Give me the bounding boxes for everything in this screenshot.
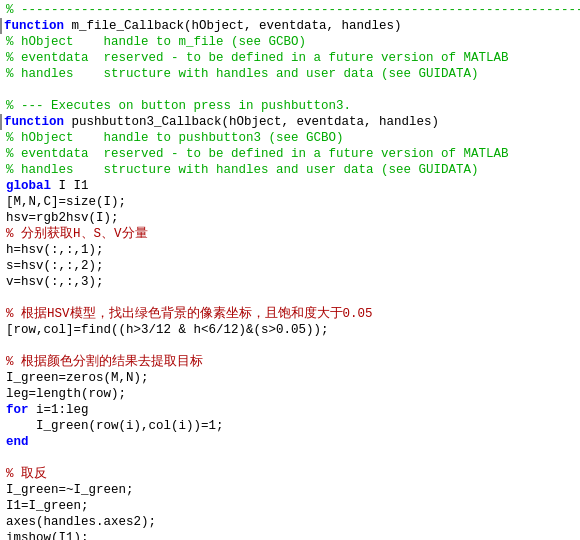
code-line: global I I1 <box>0 178 580 194</box>
code-text: axes(handles.axes2); <box>6 514 156 530</box>
code-text: % eventdata reserved - to be defined in … <box>6 50 509 66</box>
code-line <box>0 450 580 466</box>
token: for <box>6 402 29 418</box>
token: i=1:leg <box>29 402 89 418</box>
code-line: % eventdata reserved - to be defined in … <box>0 50 580 66</box>
token: I I1 <box>51 178 89 194</box>
code-line: end <box>0 434 580 450</box>
token: function <box>4 18 64 34</box>
code-line: I_green=~I_green; <box>0 482 580 498</box>
code-text: [M,N,C]=size(I); <box>6 194 126 210</box>
code-line: % handles structure with handles and use… <box>0 66 580 82</box>
code-text: % handles structure with handles and use… <box>6 66 479 82</box>
separator-text: % --------------------------------------… <box>6 2 580 18</box>
code-line: for i=1:leg <box>0 402 580 418</box>
code-line <box>0 82 580 98</box>
code-text: % handles structure with handles and use… <box>6 162 479 178</box>
code-text: v=hsv(:,:,3); <box>6 274 104 290</box>
code-line: leg=length(row); <box>0 386 580 402</box>
code-text: I_green=~I_green; <box>6 482 134 498</box>
code-line: hsv=rgb2hsv(I); <box>0 210 580 226</box>
code-line: axes(handles.axes2); <box>0 514 580 530</box>
code-line: % 根据HSV模型，找出绿色背景的像素坐标，且饱和度大于0.05 <box>0 306 580 322</box>
code-line: % hObject handle to pushbutton3 (see GCB… <box>0 130 580 146</box>
code-text: % --- Executes on button press in pushbu… <box>6 98 351 114</box>
code-line: s=hsv(:,:,2); <box>0 258 580 274</box>
code-text: s=hsv(:,:,2); <box>6 258 104 274</box>
token: function <box>4 114 64 130</box>
code-text: % 分别获取H、S、V分量 <box>6 226 148 242</box>
code-text: % 根据HSV模型，找出绿色背景的像素坐标，且饱和度大于0.05 <box>6 306 373 322</box>
code-line: % 根据颜色分割的结果去提取目标 <box>0 354 580 370</box>
code-line: % 分别获取H、S、V分量 <box>0 226 580 242</box>
code-text: % hObject handle to pushbutton3 (see GCB… <box>6 130 344 146</box>
code-text: I_green=zeros(M,N); <box>6 370 149 386</box>
code-line: % --------------------------------------… <box>0 2 580 18</box>
code-text: % hObject handle to m_file (see GCBO) <box>6 34 306 50</box>
code-line: I1=I_green; <box>0 498 580 514</box>
code-editor: % --------------------------------------… <box>0 0 580 540</box>
code-line: imshow(I1); <box>0 530 580 540</box>
code-line: function m_file_Callback(hObject, eventd… <box>0 18 580 34</box>
code-text: h=hsv(:,:,1); <box>6 242 104 258</box>
code-line <box>0 338 580 354</box>
code-line <box>0 290 580 306</box>
code-text: % 取反 <box>6 466 47 482</box>
code-text: hsv=rgb2hsv(I); <box>6 210 119 226</box>
code-line: h=hsv(:,:,1); <box>0 242 580 258</box>
code-line: function pushbutton3_Callback(hObject, e… <box>0 114 580 130</box>
token: m_file_Callback(hObject, eventdata, hand… <box>64 18 402 34</box>
code-line: v=hsv(:,:,3); <box>0 274 580 290</box>
code-line: % hObject handle to m_file (see GCBO) <box>0 34 580 50</box>
code-line: [M,N,C]=size(I); <box>0 194 580 210</box>
code-text: imshow(I1); <box>6 530 89 540</box>
code-text: % eventdata reserved - to be defined in … <box>6 146 509 162</box>
token: global <box>6 178 51 194</box>
code-text: leg=length(row); <box>6 386 126 402</box>
token: pushbutton3_Callback(hObject, eventdata,… <box>64 114 439 130</box>
code-text: I_green(row(i),col(i))=1; <box>6 418 224 434</box>
code-text: % 根据颜色分割的结果去提取目标 <box>6 354 203 370</box>
code-line: % handles structure with handles and use… <box>0 162 580 178</box>
code-line: I_green=zeros(M,N); <box>0 370 580 386</box>
code-text: I1=I_green; <box>6 498 89 514</box>
code-text: [row,col]=find((h>3/12 & h<6/12)&(s>0.05… <box>6 322 329 338</box>
code-line: % eventdata reserved - to be defined in … <box>0 146 580 162</box>
token: end <box>6 434 29 450</box>
code-line: [row,col]=find((h>3/12 & h<6/12)&(s>0.05… <box>0 322 580 338</box>
code-line: % --- Executes on button press in pushbu… <box>0 98 580 114</box>
code-line: I_green(row(i),col(i))=1; <box>0 418 580 434</box>
code-line: % 取反 <box>0 466 580 482</box>
